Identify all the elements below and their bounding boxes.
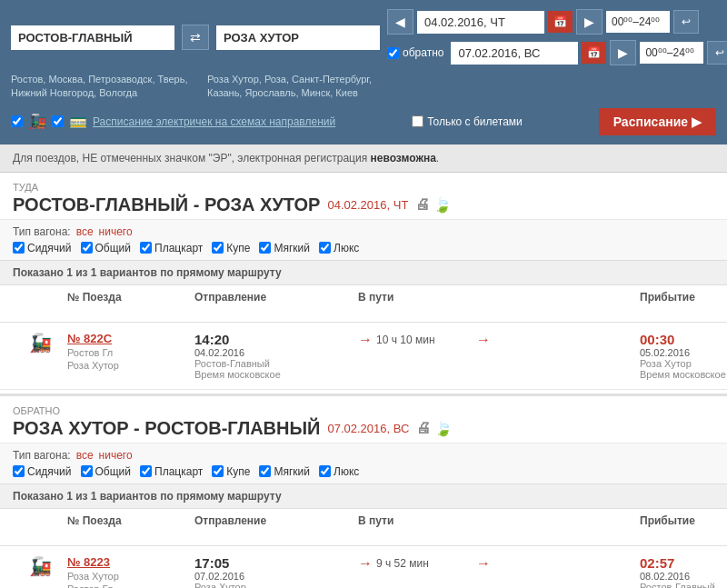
- time2-btn[interactable]: ↩: [707, 41, 727, 65]
- obratno-duration: → 9 ч 52 мин: [358, 555, 476, 572]
- obratno-train-num[interactable]: № 8223: [67, 555, 194, 569]
- obratno-cb-kupe[interactable]: Купе: [212, 465, 250, 478]
- elektrichka-checkbox1[interactable]: [11, 115, 23, 127]
- swap-button[interactable]: ⇄: [182, 25, 209, 50]
- tuda-wagon-all-link[interactable]: все: [76, 225, 94, 238]
- obratno-section-header: ОБРАТНО РОЗА ХУТОР - РОСТОВ-ГЛАВНЫЙ 07.0…: [0, 396, 727, 443]
- obratno-print-icon[interactable]: 🖨: [416, 420, 431, 436]
- obratno-cb-sidyachy[interactable]: Сидячий: [13, 465, 72, 478]
- tuda-dep-time: 14:20: [194, 332, 358, 347]
- tuda-arr-arrow-icon: →: [476, 332, 491, 348]
- tuda-wagon-type-section: Тип вагона: все ничего Сидячий Общий Пла…: [0, 219, 727, 260]
- th-dep: Отправление: [194, 291, 358, 316]
- to-hints: Роза Хутор, Роза, Санкт-Петербург, Казан…: [207, 73, 389, 101]
- obratno-arr-date: 08.02.2016: [640, 571, 727, 582]
- tuda-results-count: Показано 1 из 1 вариантов по прямому мар…: [0, 260, 727, 285]
- obratno-train-to: Ростов Гл: [67, 583, 194, 588]
- elektrichka-checkbox2[interactable]: [52, 115, 64, 127]
- obratno-arr-time: 02:57: [640, 555, 727, 571]
- obratno-train-row: 🚂 № 8223 Роза Хутор Ростов Гл 17:05 07.0…: [0, 546, 727, 588]
- from-station-input[interactable]: [11, 25, 174, 50]
- obratno-arr-arrow: →: [476, 555, 640, 572]
- info-banner: Для поездов, НЕ отмеченных значком "ЭР",…: [0, 145, 727, 173]
- th-arr: Прибытие: [640, 291, 727, 316]
- obratno-cb-obshchy[interactable]: Общий: [81, 465, 132, 478]
- tuda-dep-date: 04.02.2016: [194, 347, 358, 358]
- tuda-train-icon-col: 🚂: [13, 332, 67, 354]
- obratno-dep-date: 07.02.2016: [194, 571, 358, 582]
- obratno-departure: 17:05 07.02.2016 Роза Хутор Время москов…: [194, 555, 358, 588]
- date2-input[interactable]: [451, 42, 578, 65]
- tuda-arr-station: Роза Хутор: [640, 358, 727, 369]
- obratno-th-duration: В пути: [358, 514, 476, 540]
- obratno-leaf-icon[interactable]: 🍃: [434, 420, 453, 437]
- obratno-results-count: Показано 1 из 1 вариантов по прямому мар…: [0, 483, 727, 509]
- tuda-section-header: ТУДА РОСТОВ-ГЛАВНЫЙ - РОЗА ХУТОР 04.02.2…: [0, 173, 727, 219]
- tuda-arr-time: 00:30: [640, 332, 727, 347]
- to-station-input[interactable]: [216, 25, 380, 50]
- date1-prev-button[interactable]: ◀: [387, 9, 413, 35]
- tuda-cb-kupe[interactable]: Купе: [212, 242, 250, 254]
- tuda-cb-myagky[interactable]: Мягкий: [259, 242, 310, 254]
- obratno-cb-luks[interactable]: Люкс: [319, 465, 359, 478]
- date1-calendar-button[interactable]: 📅: [548, 11, 573, 33]
- time-range1-input[interactable]: [606, 11, 670, 33]
- obratno-arr-arrow-icon: →: [476, 555, 491, 572]
- obratno-th-train-num: № Поезда: [67, 514, 194, 540]
- tuda-arr-arrow: →: [476, 332, 640, 348]
- obratno-th-dep: Отправление: [194, 514, 358, 540]
- obratno-route-title: РОЗА ХУТОР - РОСТОВ-ГЛАВНЫЙ 07.02.2016, …: [13, 418, 714, 439]
- tuda-cb-obshchy[interactable]: Общий: [81, 242, 132, 254]
- tuda-checkbox-row: Сидячий Общий Плацкарт Купе Мягкий Люкс: [13, 242, 714, 254]
- obratno-table-header: № Поезда Отправление В пути Прибытие Мес…: [0, 509, 727, 546]
- tuda-arr-date: 05.02.2016: [640, 347, 727, 358]
- time1-btn[interactable]: ↩: [673, 10, 699, 34]
- tuda-cb-platzkart[interactable]: Плацкарт: [140, 242, 203, 254]
- tuda-table-header: № Поезда Отправление В пути Прибытие Мес…: [0, 285, 727, 323]
- tuda-cb-sidyachy[interactable]: Сидячий: [13, 242, 72, 254]
- obratno-label: ОБРАТНО: [13, 405, 714, 416]
- obratno-cb-platzkart[interactable]: Плацкарт: [140, 465, 203, 478]
- tuda-arr-zone: Время московское: [640, 369, 727, 380]
- obratno-train-from: Роза Хутор: [67, 571, 194, 582]
- tuda-arrival: 00:30 05.02.2016 Роза Хутор Время москов…: [640, 332, 727, 380]
- header-panel: ⇄ ◀ 📅 ▶ ↩ обратно 📅 ▶ ↩: [0, 0, 727, 145]
- th-duration: В пути: [358, 291, 476, 316]
- tuda-leaf-icon[interactable]: 🍃: [433, 196, 452, 214]
- schedule-button[interactable]: Расписание ▶: [599, 108, 716, 135]
- from-hints: Ростов, Москва, Петрозаводск, Тверь, Ниж…: [11, 73, 193, 101]
- only-tickets-checkbox[interactable]: [412, 115, 423, 127]
- tuda-wagon-type-label: Тип вагона:: [13, 225, 71, 238]
- obratno-wagon-type-section: Тип вагона: все ничего Сидячий Общий Пла…: [0, 443, 727, 483]
- time-range2-input[interactable]: [640, 42, 703, 64]
- tuda-dep-zone: Время московское: [194, 369, 358, 380]
- obratno-wagon-nothing-link[interactable]: ничего: [99, 449, 133, 462]
- tuda-train-icon: 🚂: [29, 332, 52, 354]
- date1-next-button[interactable]: ▶: [576, 9, 603, 35]
- obratno-train-icon: 🚂: [29, 555, 52, 577]
- date1-input[interactable]: [417, 11, 544, 34]
- tuda-train-to: Роза Хутор: [67, 360, 194, 371]
- obratno-checkbox-label[interactable]: обратно: [387, 46, 443, 59]
- tuda-cb-luks[interactable]: Люкс: [319, 242, 359, 254]
- tuda-arrow-right: →: [358, 332, 373, 348]
- obratno-checkbox-row: Сидячий Общий Плацкарт Купе Мягкий Люкс: [13, 465, 714, 478]
- date2-calendar-button[interactable]: 📅: [582, 42, 606, 64]
- only-tickets-label: Только с билетами: [427, 115, 523, 128]
- obratno-arrow-right: →: [358, 555, 373, 572]
- elektrichka-section: 🚂 🚃 Расписание электричек на схемах напр…: [11, 113, 335, 130]
- date2-next-button[interactable]: ▶: [610, 40, 636, 65]
- obratno-cb-myagky[interactable]: Мягкий: [259, 465, 310, 478]
- tuda-wagon-nothing-link[interactable]: ничего: [99, 225, 133, 238]
- train-icon2: 🚃: [69, 113, 87, 130]
- elektrichka-link[interactable]: Расписание электричек на схемах направле…: [93, 115, 335, 128]
- tuda-route-date: 04.02.2016, ЧТ: [327, 198, 408, 212]
- obratno-arr-station: Ростов-Главный: [640, 582, 727, 588]
- obratno-checkbox[interactable]: [387, 47, 399, 59]
- tuda-train-row: 🚂 № 822С Ростов Гл Роза Хутор 14:20 04.0…: [0, 323, 727, 390]
- tuda-print-icon[interactable]: 🖨: [415, 196, 430, 213]
- obratno-wagon-all-link[interactable]: все: [76, 449, 94, 462]
- only-tickets-section: Только с билетами: [412, 115, 523, 128]
- tuda-train-num[interactable]: № 822С: [67, 332, 194, 345]
- tuda-train-info: № 822С Ростов Гл Роза Хутор: [67, 332, 194, 371]
